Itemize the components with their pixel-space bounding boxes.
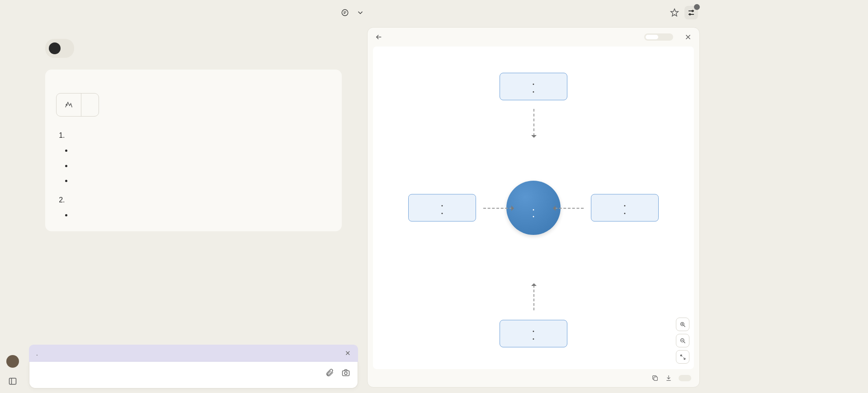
- tab-code[interactable]: [659, 35, 672, 39]
- diagram-box-left: [408, 194, 476, 222]
- list-item: [72, 158, 331, 173]
- svg-rect-4: [343, 371, 349, 376]
- list-item: [67, 128, 331, 143]
- camera-icon[interactable]: [341, 368, 350, 377]
- zoom-out-button[interactable]: [676, 334, 689, 347]
- copy-icon[interactable]: [651, 374, 659, 382]
- expand-button[interactable]: [676, 350, 689, 364]
- list-item: [72, 173, 331, 188]
- diagram-box-right: [591, 194, 659, 222]
- close-banner-icon[interactable]: ✕: [345, 349, 351, 357]
- sliders-icon: [687, 9, 695, 17]
- artifact-preview: [373, 47, 694, 369]
- chevron-down-icon: [356, 9, 364, 17]
- assistant-message: [45, 70, 342, 231]
- diagram-box-top: [500, 73, 567, 100]
- download-icon[interactable]: [665, 374, 672, 382]
- attachment-icon[interactable]: [325, 368, 334, 377]
- view-toggle: [644, 33, 673, 41]
- publish-button[interactable]: [679, 375, 691, 381]
- list-item: [67, 193, 331, 207]
- star-icon[interactable]: [670, 8, 679, 17]
- tab-preview[interactable]: [646, 35, 658, 39]
- list-item: [72, 143, 331, 158]
- svg-point-5: [344, 372, 347, 374]
- artifact-card[interactable]: [56, 93, 99, 117]
- pro-banner-text: .: [36, 350, 38, 357]
- list-item: [72, 207, 331, 223]
- close-artifact-button[interactable]: [684, 33, 692, 41]
- settings-badge-count: [694, 4, 700, 10]
- back-button[interactable]: [375, 33, 383, 41]
- artifact-card-icon: [57, 94, 81, 116]
- project-title[interactable]: [341, 9, 364, 17]
- settings-button[interactable]: [684, 6, 698, 19]
- user-mini-avatar: [49, 42, 61, 54]
- svg-rect-8: [654, 377, 657, 380]
- artifact-panel: [367, 27, 700, 388]
- sidebar-toggle-icon[interactable]: [8, 377, 17, 386]
- svg-point-0: [692, 10, 693, 12]
- user-avatar[interactable]: [6, 355, 19, 368]
- pro-banner: . ✕: [29, 345, 358, 362]
- zoom-in-button[interactable]: [676, 318, 689, 331]
- message-input-box: [29, 362, 358, 388]
- diagram-box-bottom: [500, 320, 567, 347]
- user-message-chip: [45, 39, 74, 58]
- svg-point-1: [689, 14, 691, 15]
- svg-rect-2: [9, 378, 16, 384]
- chat-icon: [341, 9, 349, 17]
